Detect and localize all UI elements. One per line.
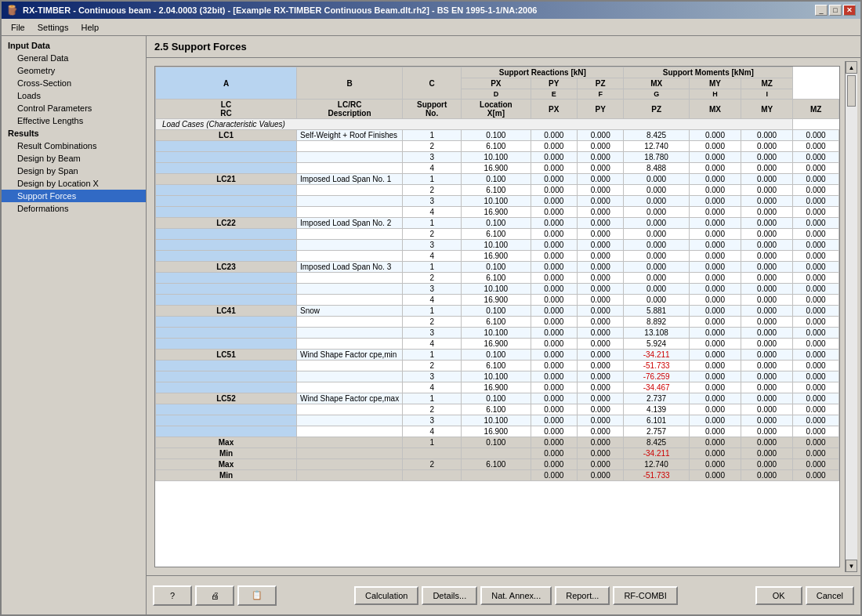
cell-px: 0.000 <box>531 459 577 470</box>
cell-lc: Max <box>156 437 297 448</box>
cell-x: 0.100 <box>462 393 531 404</box>
maximize-button[interactable]: □ <box>829 5 842 16</box>
cell-x: 0.100 <box>462 437 531 448</box>
sidebar-item-design-by-location[interactable]: Design by Location X <box>2 177 146 190</box>
content-area: 2.5 Support Forces A B C Support Reactio… <box>147 36 860 614</box>
ok-button[interactable]: OK <box>755 586 802 605</box>
table-row: 2 6.100 0.000 0.000 -51.733 0.000 0.000 … <box>156 361 839 371</box>
scrollbar[interactable]: ▲ ▼ <box>845 61 857 572</box>
cell-my: 0.000 <box>741 273 793 284</box>
sidebar-item-result-combinations[interactable]: Result Combinations <box>2 140 146 152</box>
report-button[interactable]: Report... <box>555 586 610 605</box>
cell-pz: -76.259 <box>624 371 689 382</box>
cell-py: 0.000 <box>577 130 623 141</box>
sidebar-item-loads[interactable]: Loads <box>2 89 146 102</box>
cell-desc <box>297 361 403 371</box>
sidebar-item-geometry[interactable]: Geometry <box>2 64 146 77</box>
scroll-up-button[interactable]: ▲ <box>846 61 857 74</box>
cell-x: 0.100 <box>462 130 531 141</box>
cell-x: 6.100 <box>462 185 531 196</box>
sidebar-item-cross-section[interactable]: Cross-Section <box>2 77 146 89</box>
sidebar-section-results[interactable]: Results <box>2 127 146 140</box>
table-row: 3 10.100 0.000 0.000 18.780 0.000 0.000 … <box>156 152 839 163</box>
cell-mx: 0.000 <box>689 361 741 371</box>
menu-help[interactable]: Help <box>74 21 105 34</box>
cell-lc: LC41 <box>156 306 297 317</box>
menu-file[interactable]: File <box>5 21 31 34</box>
cell-px: 0.000 <box>531 273 577 284</box>
cell-pz: -51.733 <box>624 470 689 481</box>
minimize-button[interactable]: _ <box>815 5 828 16</box>
cell-sup: 3 <box>403 152 462 163</box>
cell-px: 0.000 <box>531 317 577 328</box>
cell-mz: 0.000 <box>793 459 839 470</box>
scroll-thumb[interactable] <box>847 75 856 107</box>
menu-settings[interactable]: Settings <box>31 21 75 34</box>
cell-desc <box>297 163 403 174</box>
table-row: 2 6.100 0.000 0.000 4.139 0.000 0.000 0.… <box>156 404 839 415</box>
cell-mx: 0.000 <box>689 130 741 141</box>
sidebar-item-control-parameters[interactable]: Control Parameters <box>2 102 146 114</box>
sidebar-item-design-by-span[interactable]: Design by Span <box>2 165 146 177</box>
header-py: PY <box>531 78 577 89</box>
cell-my: 0.000 <box>741 295 793 306</box>
cell-my: 0.000 <box>741 371 793 382</box>
cell-mz: 0.000 <box>793 426 839 437</box>
cell-px: 0.000 <box>531 328 577 339</box>
sidebar-item-design-by-beam[interactable]: Design by Beam <box>2 152 146 165</box>
table-row: 2 6.100 0.000 0.000 8.892 0.000 0.000 0.… <box>156 317 839 328</box>
nat-annex-button[interactable]: Nat. Annex... <box>480 586 552 605</box>
cell-px: 0.000 <box>531 196 577 207</box>
sidebar-item-deformations[interactable]: Deformations <box>2 202 146 215</box>
cell-mz: 0.000 <box>793 130 839 141</box>
header-mx: MX <box>624 78 689 89</box>
scroll-down-button[interactable]: ▼ <box>846 560 857 572</box>
cell-mz: 0.000 <box>793 328 839 339</box>
sidebar-item-support-forces[interactable]: Support Forces <box>2 190 146 202</box>
cell-mx: 0.000 <box>689 393 741 404</box>
details-button[interactable]: Details... <box>422 586 477 605</box>
cell-lc <box>156 163 297 174</box>
cell-mx: 0.000 <box>689 251 741 262</box>
cell-mx: 0.000 <box>689 426 741 437</box>
help-button[interactable]: ? <box>153 585 192 606</box>
cell-pz: -34.211 <box>624 350 689 361</box>
cell-py: 0.000 <box>577 350 623 361</box>
sidebar-item-general-data[interactable]: General Data <box>2 52 146 64</box>
table-row: 4 16.900 0.000 0.000 2.757 0.000 0.000 0… <box>156 426 839 437</box>
cell-sup: 2 <box>403 141 462 152</box>
cell-my: 0.000 <box>741 393 793 404</box>
support-forces-table: A B C Support Reactions [kN] Support Mom… <box>155 67 839 481</box>
cell-pz: 0.000 <box>624 240 689 251</box>
cell-mx: 0.000 <box>689 404 741 415</box>
cell-x: 10.100 <box>462 240 531 251</box>
cell-mx: 0.000 <box>689 317 741 328</box>
cell-x: 6.100 <box>462 141 531 152</box>
cell-x <box>462 470 531 481</box>
cell-px: 0.000 <box>531 240 577 251</box>
sidebar-item-effective-lengths[interactable]: Effective Lengths <box>2 114 146 127</box>
cell-my: 0.000 <box>741 163 793 174</box>
export-button[interactable]: 📋 <box>237 585 277 606</box>
cell-desc: Imposed Load Span No. 1 <box>297 174 403 185</box>
close-button[interactable]: ✕ <box>843 5 856 16</box>
cell-sup: 1 <box>403 174 462 185</box>
cell-mx: 0.000 <box>689 295 741 306</box>
cell-lc <box>156 284 297 295</box>
cell-pz: 6.101 <box>624 415 689 426</box>
header-b: B <box>297 67 403 100</box>
rf-combi-button[interactable]: RF-COMBI <box>613 586 677 605</box>
print-button[interactable]: 🖨 <box>195 585 234 606</box>
cell-mz: 0.000 <box>793 295 839 306</box>
sidebar-section-input[interactable]: Input Data <box>2 39 146 52</box>
cell-mx: 0.000 <box>689 470 741 481</box>
cell-sup: 3 <box>403 415 462 426</box>
cell-py: 0.000 <box>577 415 623 426</box>
cell-px: 0.000 <box>531 218 577 229</box>
calculation-button[interactable]: Calculation <box>354 586 418 605</box>
cell-pz: 8.892 <box>624 317 689 328</box>
cell-desc <box>297 426 403 437</box>
cell-mz: 0.000 <box>793 229 839 240</box>
table-container[interactable]: A B C Support Reactions [kN] Support Mom… <box>154 66 840 567</box>
cancel-button[interactable]: Cancel <box>806 586 854 605</box>
